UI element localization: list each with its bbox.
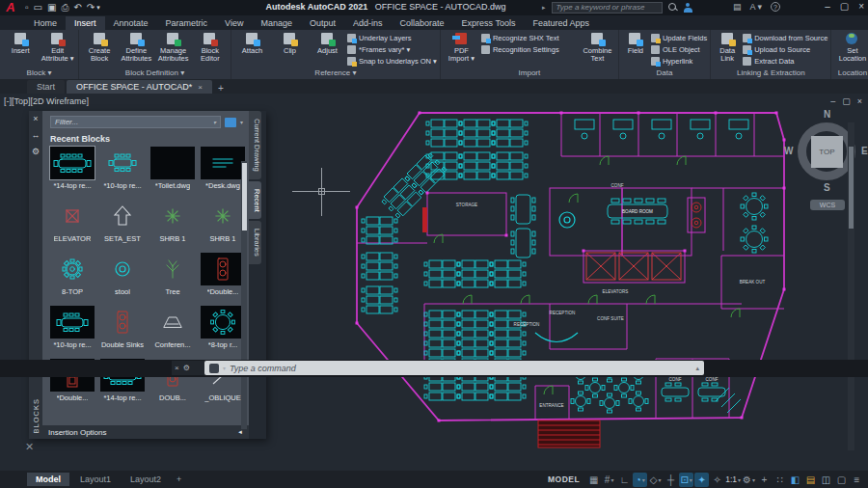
block-item[interactable]: *8-top r... bbox=[199, 306, 247, 357]
viewcube-west[interactable]: W bbox=[784, 146, 793, 156]
recognition-settings-button[interactable]: Recognition Settings bbox=[481, 44, 578, 55]
ribbon-tab-express-tools[interactable]: Express Tools bbox=[453, 16, 525, 30]
clip-button[interactable]: Clip bbox=[272, 32, 308, 55]
upload-to-source-button[interactable]: Upload to Source bbox=[743, 44, 827, 55]
layout-tab-model[interactable]: Model bbox=[27, 473, 69, 486]
screen-icon[interactable]: ◫ bbox=[819, 473, 833, 487]
underlay-layers-button[interactable]: Underlay Layers bbox=[347, 33, 437, 43]
annotation-visibility-icon[interactable]: ✦ bbox=[694, 473, 709, 487]
cart-icon[interactable]: ▤ bbox=[733, 2, 742, 12]
file-tab-document[interactable]: OFFICE SPACE - AUTOCAD*× bbox=[67, 80, 212, 94]
ole-object-button[interactable]: OLE Object bbox=[651, 44, 707, 55]
insertion-options-collapse-icon[interactable]: ◄ bbox=[237, 429, 243, 435]
reference-group-label[interactable]: Reference ▾ bbox=[231, 68, 440, 79]
attach-button[interactable]: Attach bbox=[234, 32, 270, 55]
search-icon[interactable] bbox=[668, 3, 678, 13]
file-tab-start[interactable]: Start bbox=[27, 80, 65, 94]
workspace-icon[interactable]: ⚙▾ bbox=[742, 473, 756, 487]
plot-icon[interactable]: ⎙ bbox=[61, 1, 68, 14]
ortho-icon[interactable]: ∟ bbox=[617, 473, 632, 487]
layout-tab-layout2[interactable]: Layout2 bbox=[122, 473, 170, 486]
block-item[interactable]: 8-TOP bbox=[48, 253, 96, 304]
viewcube-north[interactable]: N bbox=[824, 109, 830, 120]
block-library-icon[interactable] bbox=[225, 118, 236, 127]
command-expand-icon[interactable]: ▴ bbox=[695, 365, 699, 372]
new-drawing-button[interactable]: + bbox=[218, 83, 224, 94]
palette-scrollbar[interactable] bbox=[241, 161, 247, 429]
block-item[interactable]: *10-top re... bbox=[48, 306, 96, 357]
palette-scrollbar-thumb[interactable] bbox=[242, 163, 247, 230]
ribbon-tab-manage[interactable]: Manage bbox=[252, 16, 301, 30]
frames-vary-button[interactable]: *Frames vary* ▾ bbox=[347, 44, 437, 55]
block-item[interactable]: *Toilet.dwg bbox=[149, 147, 197, 198]
palette-tab-current-drawing[interactable]: Current Drawing bbox=[249, 111, 261, 179]
viewcube-south[interactable]: S bbox=[824, 182, 830, 193]
block-item[interactable]: *Double... bbox=[199, 253, 247, 304]
download-from-source-button[interactable]: Download from Source bbox=[743, 33, 827, 43]
pdf-import-button[interactable]: PDF Import ▾ bbox=[444, 32, 479, 63]
data-link-button[interactable]: Data Link bbox=[714, 32, 741, 63]
viewport-controls[interactable]: [-][Top][2D Wireframe] bbox=[4, 96, 89, 106]
command-close-icon[interactable]: × bbox=[175, 364, 179, 372]
linking-group-label[interactable]: Linking & Extraction bbox=[711, 68, 830, 79]
location-group-label[interactable]: Location bbox=[831, 68, 868, 79]
command-bar[interactable]: × ⚙ ▾ Type a command ▴ bbox=[172, 361, 704, 375]
manage-attributes-button[interactable]: Manage Attributes bbox=[156, 32, 191, 63]
annotation-scale[interactable]: 1:1▾ bbox=[725, 473, 741, 487]
palette-tab-libraries[interactable]: Libraries bbox=[249, 221, 261, 264]
palette-autohide-icon[interactable]: ↔ bbox=[32, 130, 41, 140]
autocad-logo-icon[interactable]: A bbox=[0, 0, 21, 15]
block-item[interactable]: SHRB 1 bbox=[199, 200, 247, 251]
block-group-label[interactable]: Block ▾ bbox=[0, 68, 78, 79]
block-item[interactable]: ELEVATOR bbox=[48, 200, 96, 251]
search-input[interactable]: Type a keyword or phrase bbox=[552, 2, 663, 14]
block-item[interactable]: *Desk.dwg bbox=[199, 147, 247, 198]
viewcube-wcs-menu[interactable]: WCS bbox=[810, 200, 845, 210]
data-group-label[interactable]: Data bbox=[619, 68, 710, 79]
block-item[interactable]: SHRB 1 bbox=[149, 200, 197, 251]
ribbon-tab-home[interactable]: Home bbox=[25, 16, 66, 30]
block-item[interactable]: Conferen... bbox=[149, 306, 197, 357]
ribbon-tab-featured-apps[interactable]: Featured Apps bbox=[524, 16, 598, 30]
clean-screen-icon[interactable]: ▢ bbox=[834, 473, 849, 487]
ribbon-tab-add-ins[interactable]: Add-ins bbox=[344, 16, 392, 30]
snap-to-underlays-button[interactable]: Snap to Underlays ON ▾ bbox=[347, 56, 437, 67]
drawing-scrollbar-thumb[interactable] bbox=[849, 147, 854, 229]
new-layout-button[interactable]: + bbox=[172, 474, 186, 484]
create-block-button[interactable]: Create Block bbox=[82, 32, 117, 63]
new-file-icon[interactable]: ▫ bbox=[25, 1, 29, 14]
drawing-area[interactable]: [-][Top][2D Wireframe] – ▢ × bbox=[0, 94, 868, 471]
drawing-scrollbar[interactable] bbox=[848, 122, 854, 450]
search-expand-icon[interactable]: ▸ bbox=[542, 4, 546, 12]
viewcube-top-face[interactable]: TOP bbox=[811, 136, 843, 168]
grid-icon[interactable]: ▦ bbox=[586, 473, 601, 487]
blocks-filter-input[interactable]: Filter...▾ bbox=[50, 116, 221, 128]
command-input[interactable]: ▾ Type a command ▴ bbox=[204, 361, 704, 375]
command-recent-icon[interactable]: ▾ bbox=[223, 365, 226, 371]
dwg-close-button[interactable]: × bbox=[857, 96, 862, 106]
file-tab-close-icon[interactable]: × bbox=[198, 83, 203, 92]
block-item[interactable]: Tree bbox=[149, 253, 197, 304]
block-editor-button[interactable]: Block Editor bbox=[193, 32, 228, 63]
palette-close-icon[interactable]: × bbox=[33, 114, 38, 123]
edit-attribute-button[interactable]: Edit Attribute ▾ bbox=[41, 32, 76, 63]
dwg-minimize-button[interactable]: – bbox=[830, 96, 835, 106]
command-placeholder[interactable]: Type a command bbox=[230, 364, 692, 373]
qat-dropdown-icon[interactable]: ▾ bbox=[96, 4, 100, 12]
block-definition-group-label[interactable]: Block Definition ▾ bbox=[79, 68, 231, 79]
plus-icon[interactable]: + bbox=[757, 473, 772, 487]
sign-in-icon[interactable] bbox=[684, 3, 692, 13]
save-icon[interactable]: ▣ bbox=[47, 1, 56, 14]
isodraft-icon[interactable]: ◇▾ bbox=[648, 473, 663, 487]
field-button[interactable]: Field bbox=[622, 32, 649, 55]
palette-properties-icon[interactable]: ⚙ bbox=[32, 147, 40, 156]
set-location-button[interactable]: Set Location bbox=[834, 32, 868, 63]
polar-tracking-icon[interactable]: ◔▾ bbox=[633, 473, 647, 487]
ribbon-tab-collaborate[interactable]: Collaborate bbox=[392, 16, 453, 30]
help-icon[interactable]: ? bbox=[771, 2, 780, 12]
osnap-tracking-icon[interactable]: ┼ bbox=[664, 473, 678, 487]
import-group-label[interactable]: Import bbox=[441, 68, 618, 79]
ribbon-tab-parametric[interactable]: Parametric bbox=[157, 16, 217, 30]
library-dropdown-icon[interactable]: ▾ bbox=[240, 119, 243, 125]
layout-tab-layout1[interactable]: Layout1 bbox=[71, 473, 120, 486]
